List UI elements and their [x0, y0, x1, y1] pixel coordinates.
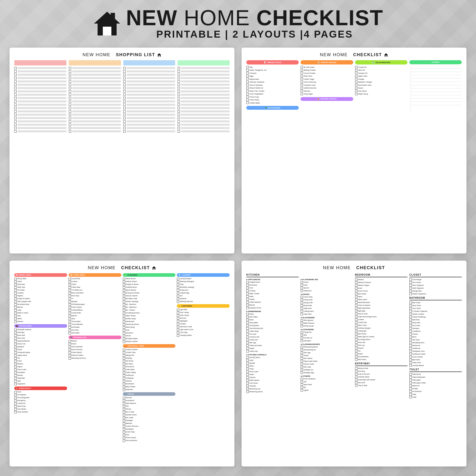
big-checklist-grid: 🍽 DINING AREA Dining Table Chairs Placem…: [14, 273, 230, 442]
ov10: Maple Syrup: [355, 93, 408, 95]
oils-header: 🫙 OILS/VINEGARS: [355, 60, 408, 65]
ov1: Canola Oil: [355, 66, 408, 68]
s2l15: [69, 114, 121, 116]
sl16: [14, 117, 67, 119]
sl13: [14, 107, 67, 109]
fi1: Milk: [246, 66, 299, 68]
cw2: Wok: [301, 334, 353, 336]
kn3: Slicing Knife: [301, 302, 353, 304]
s4l6: [178, 84, 230, 86]
cs3: Shoe Organizer: [409, 284, 462, 287]
office-section-title: 💼 OFFICE AREA: [14, 324, 67, 328]
la3: Chairs: [68, 284, 121, 286]
kitchen2-title: [301, 273, 353, 277]
title-home: HOME: [184, 6, 256, 30]
oa17: Stamps: [14, 374, 67, 377]
cl13: Scrubbing Brushes: [123, 312, 176, 314]
col-header-3: [123, 60, 175, 66]
dn9: Crockery sets: [246, 336, 299, 338]
closet-title: CLOSET: [409, 273, 462, 277]
sl18: [14, 123, 67, 126]
ok4: Bin: [301, 386, 353, 389]
cl10: Bin - Bedroom: [123, 304, 176, 306]
oa7: Speakers: [14, 346, 67, 348]
ku2: Ladle: [246, 359, 299, 361]
cookware-sub: COOKWARE: [301, 328, 353, 331]
bd26: Fan: [355, 350, 408, 352]
pc5: Hair Brush: [123, 360, 176, 362]
s2l16: [69, 117, 121, 119]
cl6: All purpose Bucket: [123, 292, 176, 294]
s2l20: [69, 130, 121, 133]
to6: Box of nails: [123, 411, 176, 413]
ov4: Apple Cider: [355, 75, 408, 77]
s2l1: [69, 67, 121, 69]
ap9: Blender: [246, 304, 299, 306]
bd7: Pillow: [355, 296, 408, 298]
cl1: Indoor Broom: [123, 278, 176, 280]
savoury-header: 🥫 SAVOURY STAPLES: [301, 97, 353, 101]
dn1: Plates: [246, 313, 299, 315]
ok3: Spice Rack: [301, 383, 353, 386]
oa4: Desk chair: [14, 337, 67, 340]
cd2: Dishwashing tub: [301, 349, 353, 351]
da14: Vase: [14, 315, 67, 317]
full-checklist-grid: KITCHEN APPLIANCES Fridge/Freezer Microw…: [246, 273, 462, 399]
da12: Lamp: [14, 309, 67, 311]
panel2-title-bold: CHECKLIST: [353, 52, 382, 57]
svg-rect-6: [385, 55, 387, 56]
pantry-baking-header: 🧁 PANTRY BAKING: [301, 60, 353, 65]
panel1-title: NEW HOME SHOPPING LIST: [14, 52, 230, 57]
la20: Side tables: [68, 332, 121, 334]
s2l17: [69, 120, 121, 122]
to4: Plier: [123, 405, 176, 408]
s3l18: [123, 123, 175, 126]
bd27: Heater: [355, 353, 408, 355]
panel-shopping-list: NEW HOME SHOPPING LIST: [10, 48, 235, 254]
da7: Napkins: [14, 295, 67, 297]
pc2: Contact Case: [123, 352, 176, 354]
personal-section-title: 💊 PERSONAL CARE: [123, 344, 176, 348]
s2l8: [69, 90, 121, 93]
dn12: Coffee percolator: [246, 344, 299, 347]
en3: Coat & Hat rack: [355, 373, 408, 375]
kitchen-checklist-grid: 🥛 FRIDGE STOCK Milk Butter, Margarine, e…: [246, 60, 462, 113]
ap2: Microwave: [246, 284, 299, 286]
toi5: Waste bin: [409, 385, 462, 387]
te6: Ethernet Cables: [68, 354, 121, 357]
sl20: [14, 130, 67, 133]
pb5: Caster Sugar: [301, 78, 353, 80]
la12: Curtains/Blinds: [68, 309, 121, 311]
glassware-sub: GLASSWARE: [301, 317, 353, 319]
pantry-baking-label: PANTRY BAKING: [321, 61, 337, 64]
s2l19: [69, 127, 121, 129]
da15: Plants: [14, 318, 67, 320]
s4l18: [178, 123, 230, 126]
bd14: Under-bed storage boxes: [355, 316, 408, 318]
pb7: Cupcake Cups: [301, 84, 353, 86]
panel1-house-icon: [157, 53, 161, 57]
title-new: NEW: [126, 6, 184, 30]
cl22: Reusable Wipes: [123, 338, 176, 340]
cleaning-section-title: 🧹 CLEANING: [123, 273, 176, 277]
ok2: Jars: [301, 381, 353, 383]
living-section-title: 🛋 LIVING AREA: [68, 273, 121, 277]
fi7: Jams & Spreads: [246, 84, 299, 86]
te3: Voice Assistant: [68, 346, 121, 348]
bd6: Bed sheets: [355, 293, 408, 295]
lightning-section-title: 💡 LIGHTNING: [177, 304, 230, 308]
ap6: Kettle: [246, 295, 299, 298]
oa5: Keyboard/Mouse: [14, 340, 67, 342]
ba20: Clock & Radio: [409, 356, 462, 358]
en7: Tray for Mail: [355, 384, 408, 387]
ku4: Whisk: [246, 365, 299, 367]
toi1: Toilet Brush: [409, 373, 462, 375]
to5: Wrench: [123, 408, 176, 410]
pc4: Earplugs: [123, 357, 176, 360]
en5: Small table with Drawer: [355, 379, 408, 381]
ol5: [411, 79, 462, 82]
cs1: Coat Hanger: [409, 278, 462, 281]
em4: Emergency: [14, 400, 67, 402]
bd12: Night light: [355, 310, 408, 312]
pc7: First Aid Kit: [123, 366, 176, 368]
